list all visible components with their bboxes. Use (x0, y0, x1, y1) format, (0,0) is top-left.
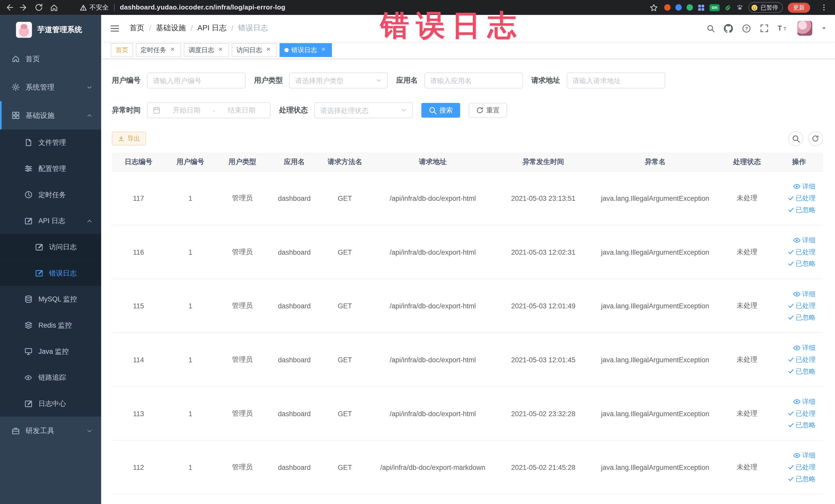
forward-icon[interactable] (18, 2, 30, 13)
tab-close-icon[interactable]: × (217, 46, 224, 54)
refresh-table-button[interactable] (808, 131, 823, 146)
extension-blue-dot[interactable] (675, 4, 682, 11)
detail-link[interactable]: 详细 (793, 343, 815, 352)
breadcrumb-item[interactable]: API 日志 (197, 23, 226, 33)
detail-link[interactable]: 详细 (793, 289, 815, 299)
date-range-separator: - (213, 106, 216, 114)
sidebar-item[interactable]: Redis 监控 (0, 312, 101, 338)
avatar[interactable] (797, 21, 812, 36)
cell-actions: 详细已处理已忽略 (775, 236, 823, 268)
mark-processed-link[interactable]: 已处理 (788, 463, 815, 472)
breadcrumb-item[interactable]: 首页 (129, 23, 144, 33)
toggle-search-button[interactable] (788, 131, 803, 146)
tab[interactable]: 访问日志× (232, 43, 277, 57)
tab-close-icon[interactable]: × (320, 46, 327, 54)
sidebar-item[interactable]: 文件管理 (0, 129, 101, 156)
sidebar-item[interactable]: 日志中心 (0, 390, 101, 417)
sidebar-item[interactable]: MySQL 监控 (0, 286, 101, 312)
refresh-icon (476, 106, 484, 114)
export-button[interactable]: 导出 (112, 132, 146, 146)
exception-time-range-picker[interactable]: 开始日期 - 结束日期 (147, 102, 270, 118)
mark-ignored-link[interactable]: 已忽略 (788, 421, 815, 429)
mark-processed-link[interactable]: 已处理 (788, 409, 815, 418)
security-indicator[interactable]: 不安全 (80, 3, 108, 12)
tab-label: 调度日志 (189, 45, 214, 55)
mark-processed-link[interactable]: 已处理 (788, 301, 815, 310)
cell-url: /api/infra/db-doc/export-html (370, 302, 495, 310)
sidebar-item[interactable]: 定时任务 (0, 182, 101, 208)
detail-link[interactable]: 详细 (793, 397, 815, 406)
process-status-select-input[interactable] (320, 106, 398, 114)
mark-processed-link[interactable]: 已处理 (788, 247, 815, 257)
reload-icon[interactable] (33, 2, 45, 13)
sidebar-item[interactable]: 链路追踪 (0, 364, 101, 390)
sidebar-item[interactable]: Java 监控 (0, 338, 101, 365)
detail-link[interactable]: 详细 (793, 236, 815, 245)
dots-vertical-icon[interactable] (818, 2, 830, 13)
cell-app-name: dashboard (269, 409, 320, 418)
cell-url: /api/infra/db-doc/export-html (370, 409, 495, 418)
extension-red-dot[interactable] (664, 4, 671, 11)
mark-ignored-link[interactable]: 已忽略 (788, 367, 815, 376)
search-icon[interactable] (707, 24, 715, 32)
process-status-select[interactable] (314, 102, 413, 118)
tab[interactable]: 首页 (111, 43, 133, 57)
tab[interactable]: 错误日志× (280, 43, 332, 57)
mark-ignored-link[interactable]: 已忽略 (788, 475, 815, 483)
user-type-select-input[interactable] (295, 77, 372, 84)
sidebar-item[interactable]: 访问日志 (0, 234, 101, 260)
user-type-select[interactable] (289, 73, 388, 88)
home-icon[interactable] (48, 2, 60, 13)
sidebar-item[interactable]: 系统管理 (0, 73, 101, 101)
url-text[interactable]: dashboard.yudao.iocoder.cn/infra/log/api… (120, 4, 285, 11)
fontsize-icon[interactable]: TT (778, 24, 789, 32)
sidebar-item[interactable]: 研发工具 (0, 417, 101, 445)
hamburger-icon[interactable] (109, 24, 120, 33)
breadcrumb-item[interactable]: 基础设施 (156, 23, 186, 33)
chrome-update-button[interactable]: 更新 (788, 2, 810, 12)
back-icon[interactable] (3, 2, 15, 13)
check-icon (788, 195, 794, 201)
detail-link[interactable]: 详细 (793, 182, 815, 191)
extension-on-badge[interactable]: on (710, 4, 719, 11)
request-url-input[interactable] (572, 77, 659, 84)
detail-link[interactable]: 详细 (793, 451, 815, 460)
tab-close-icon[interactable]: × (265, 46, 272, 54)
sidebar-logo[interactable]: 芋道管理系统 (0, 15, 101, 45)
extension-green-dot[interactable] (687, 4, 693, 11)
user-id-input[interactable] (153, 77, 240, 84)
tab[interactable]: 定时任务× (136, 43, 181, 57)
cell-method: GET (320, 356, 370, 364)
user-type-label: 用户类型 (254, 76, 283, 85)
sidebar-item[interactable]: 基础设施 (0, 101, 101, 129)
paw-icon[interactable] (736, 4, 744, 11)
action-label: 详细 (802, 451, 815, 460)
end-date-placeholder: 结束日期 (219, 105, 265, 115)
star-icon[interactable] (648, 2, 659, 13)
check-icon (788, 464, 794, 470)
leaf-icon[interactable] (725, 4, 731, 11)
app-name-input[interactable] (430, 77, 517, 84)
question-icon[interactable]: ? (742, 24, 751, 33)
mark-processed-link[interactable]: 已处理 (788, 194, 815, 203)
sidebar-item[interactable]: 错误日志 (0, 260, 101, 286)
cell-actions: 详细已处理已忽略 (775, 182, 823, 215)
caret-down-icon[interactable] (821, 26, 827, 31)
mark-processed-link[interactable]: 已处理 (788, 355, 815, 364)
fullscreen-icon[interactable] (760, 24, 769, 32)
github-icon[interactable] (724, 24, 733, 33)
svg-text:T: T (778, 24, 782, 32)
tab[interactable]: 调度日志× (184, 43, 229, 57)
grid4-icon[interactable] (698, 4, 705, 11)
tab-close-icon[interactable]: × (169, 46, 176, 54)
check-icon (788, 303, 794, 309)
sidebar-item[interactable]: 首页 (0, 45, 101, 73)
search-button[interactable]: 搜索 (421, 103, 460, 118)
sidebar-item[interactable]: 配置管理 (0, 156, 101, 182)
reset-button[interactable]: 重置 (469, 103, 507, 118)
sidebar-item[interactable]: API 日志 (0, 208, 101, 234)
mark-ignored-link[interactable]: 已忽略 (788, 205, 815, 215)
mark-ignored-link[interactable]: 已忽略 (788, 259, 815, 268)
paused-extension-chip[interactable]: 已暂停 (748, 2, 783, 13)
mark-ignored-link[interactable]: 已忽略 (788, 313, 815, 322)
